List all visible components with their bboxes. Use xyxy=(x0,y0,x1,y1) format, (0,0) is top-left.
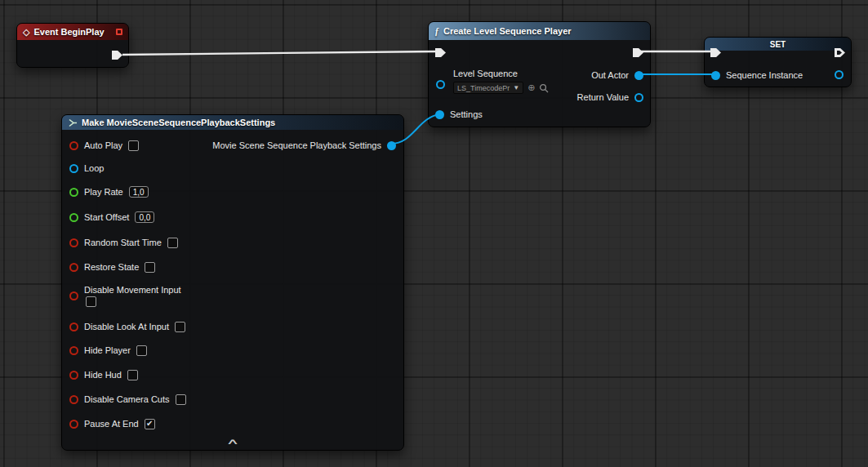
pin-label: Start Offset xyxy=(84,212,129,222)
bool-pin-auto-play[interactable] xyxy=(69,141,78,150)
pin-label: Restore State xyxy=(84,262,139,272)
settings-pin[interactable] xyxy=(435,110,444,119)
start-offset-input[interactable]: 0,0 xyxy=(135,211,154,223)
level-sequence-pin[interactable] xyxy=(436,80,445,89)
pin-label-level-sequence: Level Sequence xyxy=(453,69,549,78)
make-struct-icon xyxy=(68,118,78,127)
pin-row-auto-play: Auto Play xyxy=(69,136,139,154)
pin-label: Hide Player xyxy=(84,345,131,355)
set-node-header[interactable]: SET xyxy=(705,38,851,51)
pin-label-out-actor: Out Actor xyxy=(591,70,629,80)
checkbox-restore-state[interactable] xyxy=(145,262,155,273)
make-node-header[interactable]: Make MovieSceneSequencePlaybackSettings xyxy=(62,115,403,130)
pin-label: Play Rate xyxy=(84,187,123,197)
play-rate-input[interactable]: 1,0 xyxy=(129,186,149,198)
pin-label: Disable Look At Input xyxy=(84,322,169,331)
pin-row-hide-player: Hide Player xyxy=(69,341,147,359)
event-node-header[interactable]: ◇ Event BeginPlay xyxy=(17,24,128,40)
pin-label: Hide Hud xyxy=(84,370,122,380)
pin-row-loop: Loop xyxy=(69,159,104,177)
bool-pin-disable-movement-input[interactable] xyxy=(69,291,78,300)
pin-row-hide-hud: Hide Hud xyxy=(69,366,138,384)
function-node-header[interactable]: ƒ Create Level Sequence Player xyxy=(429,22,650,40)
node-event-beginplay[interactable]: ◇ Event BeginPlay xyxy=(16,23,129,68)
level-sequence-select[interactable]: LS_TimecodePr ▼ xyxy=(453,82,523,94)
pin-row-random-start-time: Random Start Time xyxy=(69,234,178,251)
checkbox-hide-player[interactable] xyxy=(136,345,147,356)
playback-settings-output-pin[interactable] xyxy=(387,141,396,150)
exec-output-pin[interactable] xyxy=(633,47,643,58)
pin-label-playback-settings-output: Movie Scene Sequence Playback Settings xyxy=(212,140,381,150)
float-pin-play-rate[interactable] xyxy=(69,188,78,197)
pin-row-pause-at-end: Pause At End ✔ xyxy=(69,415,155,433)
browse-asset-icon[interactable] xyxy=(539,83,549,93)
pin-row-start-offset: Start Offset 0,0 xyxy=(69,208,154,226)
pin-row-disable-movement-input: Disable Movement Input xyxy=(69,280,181,311)
object-pin-loop[interactable] xyxy=(69,164,78,173)
checkbox-disable-look-at-input[interactable] xyxy=(175,322,185,332)
checkbox-disable-camera-cuts[interactable] xyxy=(176,394,186,405)
bool-pin-hide-hud[interactable] xyxy=(69,371,78,380)
pin-label-sequence-instance: Sequence Instance xyxy=(726,70,803,80)
bool-pin-restore-state[interactable] xyxy=(69,263,78,272)
pin-row-disable-look-at-input: Disable Look At Input xyxy=(69,318,185,336)
pin-label: Pause At End xyxy=(84,419,139,429)
pin-label: Auto Play xyxy=(84,140,122,150)
chevron-down-icon: ▼ xyxy=(513,84,519,91)
pin-label: Disable Camera Cuts xyxy=(84,394,170,404)
bool-pin-disable-look-at-input[interactable] xyxy=(69,322,78,331)
event-icon: ◇ xyxy=(23,27,29,38)
level-sequence-selected-value: LS_TimecodePr xyxy=(457,84,510,92)
pin-row-restore-state: Restore State xyxy=(69,258,155,276)
checkbox-disable-movement-input[interactable] xyxy=(86,296,96,307)
node-title: Make MovieSceneSequencePlaybackSettings xyxy=(82,118,275,127)
checkbox-hide-hud[interactable] xyxy=(127,370,138,380)
use-selected-asset-icon[interactable]: ⊕ xyxy=(527,83,535,92)
node-set-sequence-instance[interactable]: SET Sequence Instance xyxy=(704,37,852,87)
pin-label-return-value: Return Value xyxy=(577,92,629,102)
pin-label: Random Start Time xyxy=(84,238,162,247)
bool-pin-disable-camera-cuts[interactable] xyxy=(69,395,78,404)
return-value-pin[interactable] xyxy=(634,93,643,102)
delegate-pin[interactable] xyxy=(116,29,122,35)
sequence-instance-input-pin[interactable] xyxy=(711,71,720,80)
pin-label: Disable Movement Input xyxy=(84,285,181,295)
blueprint-graph-canvas[interactable]: ◇ Event BeginPlay ƒ Create Level Sequenc… xyxy=(0,0,868,467)
function-icon: ƒ xyxy=(434,25,439,38)
checkbox-auto-play[interactable] xyxy=(128,140,139,151)
node-make-playback-settings[interactable]: Make MovieSceneSequencePlaybackSettings … xyxy=(61,114,404,451)
node-title: Event BeginPlay xyxy=(33,27,104,37)
float-pin-start-offset[interactable] xyxy=(69,213,78,222)
pin-row-disable-camera-cuts: Disable Camera Cuts xyxy=(69,390,186,408)
pin-label: Loop xyxy=(84,163,104,173)
wire-exec-beginplay-to-create[interactable] xyxy=(122,51,438,55)
exec-output-pin[interactable] xyxy=(112,50,122,60)
pin-label-settings: Settings xyxy=(450,109,483,119)
collapse-node-chevron[interactable]: ∧ xyxy=(61,438,404,447)
node-title: SET xyxy=(770,40,786,49)
exec-input-pin[interactable] xyxy=(435,47,446,58)
bool-pin-hide-player[interactable] xyxy=(69,346,78,355)
checkbox-pause-at-end[interactable]: ✔ xyxy=(145,419,155,429)
bool-pin-random-start-time[interactable] xyxy=(69,238,78,247)
bool-pin-pause-at-end[interactable] xyxy=(69,420,78,429)
out-actor-pin[interactable] xyxy=(634,71,643,80)
node-title: Create Level Sequence Player xyxy=(443,26,572,36)
node-create-level-sequence-player[interactable]: ƒ Create Level Sequence Player Level Seq… xyxy=(428,21,651,127)
checkbox-random-start-time[interactable] xyxy=(167,238,178,248)
sequence-instance-output-pin[interactable] xyxy=(835,70,844,79)
pin-row-play-rate: Play Rate 1,0 xyxy=(69,183,149,201)
